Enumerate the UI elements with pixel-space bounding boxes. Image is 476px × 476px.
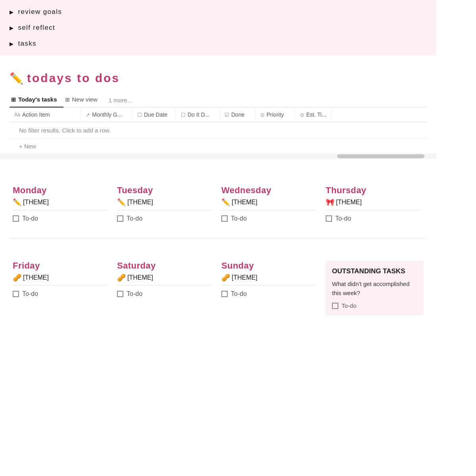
- theme-emoji: ✏️: [13, 198, 21, 207]
- todo-checkbox[interactable]: [13, 291, 19, 297]
- col-priority-label: Priority: [267, 111, 284, 118]
- day-theme: ✏️ [THEME]: [117, 198, 212, 210]
- collapsed-item-review-goals[interactable]: ▶review goals: [10, 4, 427, 20]
- theme-emoji: 🥜: [117, 273, 126, 282]
- day-name: Friday: [13, 261, 107, 271]
- tab-more[interactable]: 1 more...: [104, 94, 137, 107]
- table-header: Aa Action Item ↗ Monthly G... ☐ Due Date…: [10, 107, 427, 122]
- table-empty-message: No filter results. Click to add a row.: [10, 122, 427, 138]
- todo-item: To-do: [221, 215, 316, 222]
- day-theme: 🥜 [THEME]: [221, 273, 316, 286]
- col-do-it-date[interactable]: ☐ Do It D...: [176, 107, 220, 122]
- day-name: Saturday: [117, 261, 212, 271]
- todo-item: To-do: [117, 215, 212, 222]
- todo-checkbox[interactable]: [117, 215, 123, 222]
- outstanding-todo-label: To-do: [342, 302, 357, 309]
- todo-label: To-do: [127, 215, 142, 222]
- theme-label: [THEME]: [336, 199, 362, 206]
- day-name: Wednesday: [221, 185, 316, 196]
- cal-icon-1: ☐: [137, 112, 142, 118]
- tab-todays-tasks[interactable]: ⊞ Today's tasks: [10, 93, 63, 107]
- circle-icon-2: ⊙: [300, 112, 304, 118]
- todo-checkbox[interactable]: [221, 291, 228, 297]
- col-est-time[interactable]: ⊙ Est. Ti...: [295, 107, 332, 122]
- col-monthly-goals-label: Monthly G...: [92, 111, 122, 118]
- collapsed-item-tasks[interactable]: ▶tasks: [10, 36, 427, 52]
- todo-label: To-do: [127, 290, 142, 298]
- collapsed-item-label: review goals: [18, 8, 62, 16]
- tab-grid-icon-2: ⊞: [65, 96, 70, 103]
- col-due-date[interactable]: ☐ Due Date: [132, 107, 176, 122]
- theme-emoji: ✏️: [221, 198, 230, 207]
- todo-checkbox[interactable]: [326, 215, 332, 222]
- day-cell-sunday: Sunday 🥜 [THEME] To-do: [218, 254, 322, 315]
- theme-label: [THEME]: [232, 274, 257, 281]
- todo-item: To-do: [326, 215, 420, 222]
- arrow-icon: ↗: [86, 112, 90, 118]
- outstanding-box: OUTSTANDING TASKS What didn't get accomp…: [326, 261, 424, 315]
- day-name: Tuesday: [117, 185, 212, 196]
- col-do-it-date-label: Do It D...: [188, 111, 209, 118]
- day-theme: 🥜 [THEME]: [117, 273, 212, 286]
- col-action-item-label: Action Item: [22, 111, 50, 118]
- theme-emoji: 🎀: [326, 198, 334, 207]
- todays-section: ✏️ todays to dos ⊞ Today's tasks ⊞ New v…: [0, 63, 436, 154]
- outstanding-title: OUTSTANDING TASKS: [332, 267, 417, 276]
- day-name: Monday: [13, 185, 107, 196]
- todo-checkbox[interactable]: [221, 215, 228, 222]
- col-action-item[interactable]: Aa Action Item: [10, 107, 81, 122]
- day-name: Sunday: [221, 261, 316, 271]
- collapsed-item-self-reflect[interactable]: ▶self reflect: [10, 20, 427, 36]
- todays-title: ✏️ todays to dos: [10, 71, 427, 85]
- circle-icon-1: ⊙: [260, 112, 265, 118]
- col-priority[interactable]: ⊙ Priority: [255, 107, 295, 122]
- outstanding-tasks-cell: OUTSTANDING TASKS What didn't get accomp…: [322, 254, 427, 315]
- tabs-row: ⊞ Today's tasks ⊞ New view 1 more...: [10, 93, 427, 107]
- col-due-date-label: Due Date: [144, 111, 167, 118]
- triangle-icon: ▶: [10, 9, 14, 15]
- col-monthly-goals[interactable]: ↗ Monthly G...: [81, 107, 132, 122]
- triangle-icon: ▶: [10, 25, 14, 31]
- day-theme: 🥜 [THEME]: [13, 273, 107, 286]
- collapsed-sections: ▶review goals▶self reflect▶tasks: [0, 0, 436, 56]
- day-cell-monday: Monday ✏️ [THEME] To-do: [10, 179, 114, 230]
- theme-label: [THEME]: [127, 274, 153, 281]
- scrollbar-area[interactable]: [0, 154, 436, 159]
- collapsed-item-label: tasks: [18, 40, 36, 48]
- col-done[interactable]: ☑ Done: [220, 107, 255, 122]
- todo-checkbox[interactable]: [13, 215, 19, 222]
- cal-icon-2: ☐: [181, 112, 186, 118]
- collapsed-item-label: self reflect: [18, 24, 55, 32]
- tab-grid-icon-1: ⊞: [11, 96, 16, 103]
- todo-label: To-do: [22, 290, 38, 298]
- day-cell-saturday: Saturday 🥜 [THEME] To-do: [114, 254, 218, 315]
- todo-label: To-do: [335, 215, 351, 222]
- todo-item: To-do: [221, 290, 316, 298]
- todo-checkbox[interactable]: [117, 291, 123, 297]
- weekly-grid-row2: Friday 🥜 [THEME] To-do Saturday 🥜 [THEME…: [0, 246, 436, 323]
- add-new-row[interactable]: + New: [10, 138, 427, 154]
- tab-new-view[interactable]: ⊞ New view: [63, 93, 104, 107]
- scrollbar-thumb[interactable]: [337, 154, 424, 158]
- todo-item: To-do: [13, 215, 107, 222]
- tab-todays-tasks-label: Today's tasks: [18, 96, 57, 103]
- col-done-label: Done: [231, 111, 244, 118]
- theme-label: [THEME]: [127, 199, 153, 206]
- col-est-time-label: Est. Ti...: [306, 111, 326, 118]
- theme-emoji: 🥜: [13, 273, 21, 282]
- theme-emoji: 🥜: [221, 273, 230, 282]
- tab-new-view-label: New view: [72, 96, 98, 103]
- theme-label: [THEME]: [232, 199, 257, 206]
- aa-icon: Aa: [14, 112, 20, 117]
- outstanding-todo-item: To-do: [332, 302, 417, 309]
- day-theme: ✏️ [THEME]: [221, 198, 316, 210]
- day-theme: ✏️ [THEME]: [13, 198, 107, 210]
- todays-title-text: todays to dos: [27, 71, 120, 85]
- day-theme: 🎀 [THEME]: [326, 198, 420, 210]
- outstanding-checkbox[interactable]: [332, 303, 338, 309]
- check-icon: ☑: [225, 112, 229, 118]
- day-cell-wednesday: Wednesday ✏️ [THEME] To-do: [218, 179, 322, 230]
- triangle-icon: ▶: [10, 41, 14, 47]
- todo-item: To-do: [117, 290, 212, 298]
- todo-label: To-do: [231, 215, 247, 222]
